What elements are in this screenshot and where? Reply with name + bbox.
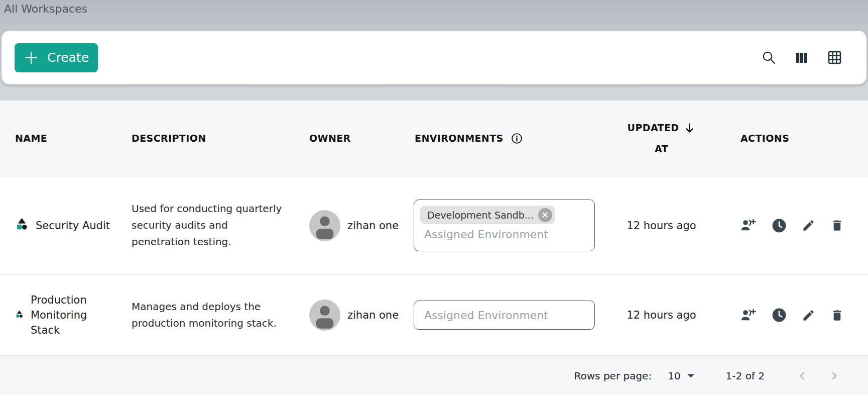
owner-name: zihan one (347, 220, 399, 232)
updated-at-value: 12 hours ago (607, 309, 715, 321)
edit-pencil-icon[interactable] (802, 309, 815, 322)
environments-cell: Assigned Environment (408, 301, 607, 330)
pagination-bar: Rows per page: 10 1-2 of 2 (0, 356, 868, 395)
pagination-range: 1-2 of 2 (726, 370, 765, 382)
header-updated-line1: UPDATED (628, 117, 679, 138)
updated-at-value: 12 hours ago (607, 220, 715, 232)
rows-per-page-label: Rows per page: (574, 370, 652, 382)
toolbar-card: Create (2, 31, 866, 84)
header-owner: OWNER (304, 133, 408, 144)
sort-descending-arrow-icon[interactable] (684, 122, 695, 134)
search-icon[interactable] (761, 50, 777, 65)
environment-placeholder: Assigned Environment (424, 309, 548, 322)
header-environments-label: ENVIRONMENTS (415, 133, 504, 144)
actions-cell (715, 308, 868, 323)
header-updated-at[interactable]: UPDATED AT (607, 117, 715, 159)
rows-per-page-value: 10 (668, 370, 680, 382)
workspace-name-cell: Production Monitoring Stack (0, 292, 116, 338)
rows-per-page-select[interactable]: 10 (668, 370, 694, 382)
header-environments: ENVIRONMENTS (408, 133, 607, 144)
create-button-label: Create (47, 50, 89, 65)
table-row: Security Audit Used for conducting quart… (0, 176, 868, 275)
workspace-owner-cell: zihan one (304, 210, 408, 241)
info-icon[interactable] (511, 133, 523, 144)
environment-chip-label: Development Sandb... (427, 210, 534, 221)
columns-view-icon[interactable] (795, 51, 809, 65)
workspace-name-cell: Security Audit (0, 218, 116, 233)
page-title: All Workspaces (0, 0, 868, 21)
table-row: Production Monitoring Stack Manages and … (0, 275, 868, 356)
plus-icon (24, 50, 39, 65)
owner-avatar (309, 210, 340, 241)
top-band: All Workspaces Create (0, 0, 868, 101)
previous-page-icon[interactable] (796, 369, 809, 382)
owner-name: zihan one (347, 309, 399, 321)
owner-avatar (309, 300, 340, 331)
create-button[interactable]: Create (15, 43, 98, 72)
workspace-owner-cell: zihan one (304, 300, 408, 331)
workspace-shapes-icon (15, 218, 29, 233)
share-user-icon[interactable] (740, 309, 757, 322)
header-name: NAME (0, 133, 116, 144)
delete-trash-icon[interactable] (830, 219, 844, 232)
workspace-name: Security Audit (36, 218, 110, 233)
workspaces-table: NAME DESCRIPTION OWNER ENVIRONMENTS UPDA… (0, 101, 868, 395)
dropdown-arrow-icon (687, 373, 695, 378)
header-updated-line2: AT (607, 138, 715, 159)
chip-remove-icon[interactable] (538, 208, 552, 222)
environment-chip[interactable]: Development Sandb... (420, 206, 555, 224)
environments-cell: Development Sandb... Assigned Environmen… (408, 200, 607, 251)
next-page-icon[interactable] (828, 369, 841, 382)
toolbar-view-controls (761, 50, 842, 65)
edit-pencil-icon[interactable] (802, 219, 815, 232)
environment-placeholder: Assigned Environment (424, 228, 588, 241)
grid-view-icon[interactable] (827, 50, 842, 65)
workspace-shapes-icon (15, 310, 24, 321)
assigned-environment-field[interactable]: Assigned Environment (414, 301, 595, 330)
table-header-row: NAME DESCRIPTION OWNER ENVIRONMENTS UPDA… (0, 101, 868, 176)
header-actions: ACTIONS (715, 133, 868, 144)
share-user-icon[interactable] (740, 219, 757, 232)
assigned-environment-field[interactable]: Development Sandb... Assigned Environmen… (414, 200, 595, 251)
workspace-description: Manages and deploys the production monit… (116, 299, 304, 332)
history-clock-icon[interactable] (772, 218, 787, 233)
header-description: DESCRIPTION (116, 133, 304, 144)
actions-cell (715, 218, 868, 233)
history-clock-icon[interactable] (772, 308, 787, 323)
workspace-description: Used for conducting quarterly security a… (116, 201, 304, 250)
delete-trash-icon[interactable] (830, 309, 844, 322)
workspace-name: Production Monitoring Stack (31, 292, 111, 338)
